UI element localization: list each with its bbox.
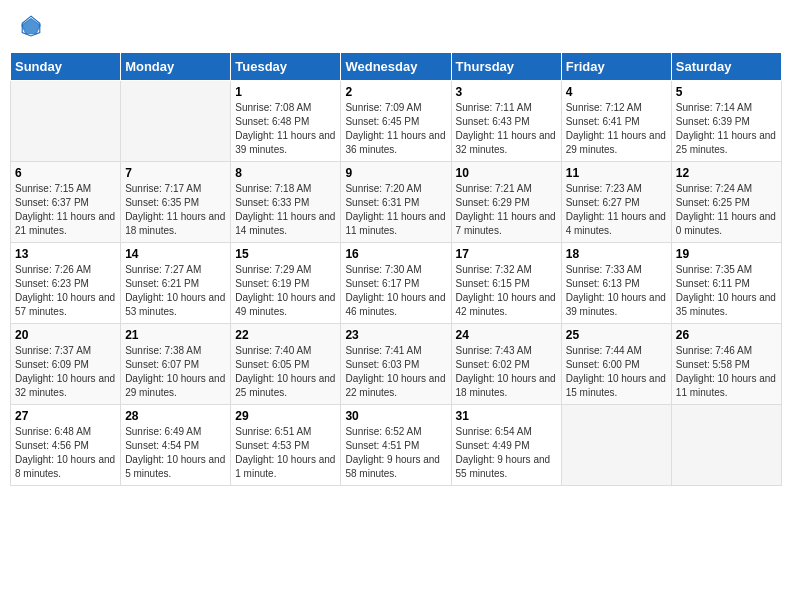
calendar-cell: 16Sunrise: 7:30 AM Sunset: 6:17 PM Dayli… xyxy=(341,243,451,324)
calendar-cell: 17Sunrise: 7:32 AM Sunset: 6:15 PM Dayli… xyxy=(451,243,561,324)
day-number: 6 xyxy=(15,166,116,180)
day-info: Sunrise: 7:44 AM Sunset: 6:00 PM Dayligh… xyxy=(566,344,667,400)
calendar-cell xyxy=(121,81,231,162)
weekday-header-saturday: Saturday xyxy=(671,53,781,81)
day-number: 23 xyxy=(345,328,446,342)
day-info: Sunrise: 7:11 AM Sunset: 6:43 PM Dayligh… xyxy=(456,101,557,157)
calendar-cell: 25Sunrise: 7:44 AM Sunset: 6:00 PM Dayli… xyxy=(561,324,671,405)
day-number: 14 xyxy=(125,247,226,261)
day-number: 31 xyxy=(456,409,557,423)
calendar-week-row: 1Sunrise: 7:08 AM Sunset: 6:48 PM Daylig… xyxy=(11,81,782,162)
calendar-cell: 19Sunrise: 7:35 AM Sunset: 6:11 PM Dayli… xyxy=(671,243,781,324)
calendar-cell: 10Sunrise: 7:21 AM Sunset: 6:29 PM Dayli… xyxy=(451,162,561,243)
day-info: Sunrise: 7:32 AM Sunset: 6:15 PM Dayligh… xyxy=(456,263,557,319)
day-number: 15 xyxy=(235,247,336,261)
day-info: Sunrise: 6:52 AM Sunset: 4:51 PM Dayligh… xyxy=(345,425,446,481)
day-info: Sunrise: 7:46 AM Sunset: 5:58 PM Dayligh… xyxy=(676,344,777,400)
day-info: Sunrise: 7:23 AM Sunset: 6:27 PM Dayligh… xyxy=(566,182,667,238)
calendar-cell: 5Sunrise: 7:14 AM Sunset: 6:39 PM Daylig… xyxy=(671,81,781,162)
day-number: 22 xyxy=(235,328,336,342)
day-number: 2 xyxy=(345,85,446,99)
calendar-cell: 12Sunrise: 7:24 AM Sunset: 6:25 PM Dayli… xyxy=(671,162,781,243)
day-info: Sunrise: 6:49 AM Sunset: 4:54 PM Dayligh… xyxy=(125,425,226,481)
calendar-week-row: 27Sunrise: 6:48 AM Sunset: 4:56 PM Dayli… xyxy=(11,405,782,486)
day-info: Sunrise: 7:14 AM Sunset: 6:39 PM Dayligh… xyxy=(676,101,777,157)
calendar-cell: 8Sunrise: 7:18 AM Sunset: 6:33 PM Daylig… xyxy=(231,162,341,243)
day-info: Sunrise: 7:29 AM Sunset: 6:19 PM Dayligh… xyxy=(235,263,336,319)
calendar-cell: 31Sunrise: 6:54 AM Sunset: 4:49 PM Dayli… xyxy=(451,405,561,486)
day-info: Sunrise: 7:40 AM Sunset: 6:05 PM Dayligh… xyxy=(235,344,336,400)
day-info: Sunrise: 7:15 AM Sunset: 6:37 PM Dayligh… xyxy=(15,182,116,238)
day-info: Sunrise: 7:21 AM Sunset: 6:29 PM Dayligh… xyxy=(456,182,557,238)
day-info: Sunrise: 7:24 AM Sunset: 6:25 PM Dayligh… xyxy=(676,182,777,238)
day-number: 18 xyxy=(566,247,667,261)
day-info: Sunrise: 6:54 AM Sunset: 4:49 PM Dayligh… xyxy=(456,425,557,481)
day-number: 7 xyxy=(125,166,226,180)
day-number: 29 xyxy=(235,409,336,423)
day-info: Sunrise: 7:43 AM Sunset: 6:02 PM Dayligh… xyxy=(456,344,557,400)
day-number: 21 xyxy=(125,328,226,342)
day-info: Sunrise: 7:26 AM Sunset: 6:23 PM Dayligh… xyxy=(15,263,116,319)
calendar-cell: 20Sunrise: 7:37 AM Sunset: 6:09 PM Dayli… xyxy=(11,324,121,405)
day-number: 8 xyxy=(235,166,336,180)
day-number: 27 xyxy=(15,409,116,423)
logo-icon xyxy=(20,15,42,37)
calendar-cell: 18Sunrise: 7:33 AM Sunset: 6:13 PM Dayli… xyxy=(561,243,671,324)
day-number: 11 xyxy=(566,166,667,180)
day-info: Sunrise: 7:18 AM Sunset: 6:33 PM Dayligh… xyxy=(235,182,336,238)
calendar-cell: 9Sunrise: 7:20 AM Sunset: 6:31 PM Daylig… xyxy=(341,162,451,243)
day-info: Sunrise: 6:48 AM Sunset: 4:56 PM Dayligh… xyxy=(15,425,116,481)
day-number: 17 xyxy=(456,247,557,261)
day-number: 3 xyxy=(456,85,557,99)
calendar-cell: 22Sunrise: 7:40 AM Sunset: 6:05 PM Dayli… xyxy=(231,324,341,405)
day-number: 12 xyxy=(676,166,777,180)
day-info: Sunrise: 7:30 AM Sunset: 6:17 PM Dayligh… xyxy=(345,263,446,319)
day-info: Sunrise: 7:08 AM Sunset: 6:48 PM Dayligh… xyxy=(235,101,336,157)
calendar-cell: 26Sunrise: 7:46 AM Sunset: 5:58 PM Dayli… xyxy=(671,324,781,405)
day-info: Sunrise: 7:35 AM Sunset: 6:11 PM Dayligh… xyxy=(676,263,777,319)
day-number: 28 xyxy=(125,409,226,423)
day-info: Sunrise: 6:51 AM Sunset: 4:53 PM Dayligh… xyxy=(235,425,336,481)
weekday-header-friday: Friday xyxy=(561,53,671,81)
calendar-cell: 11Sunrise: 7:23 AM Sunset: 6:27 PM Dayli… xyxy=(561,162,671,243)
calendar-week-row: 13Sunrise: 7:26 AM Sunset: 6:23 PM Dayli… xyxy=(11,243,782,324)
calendar-cell: 4Sunrise: 7:12 AM Sunset: 6:41 PM Daylig… xyxy=(561,81,671,162)
calendar-table: SundayMondayTuesdayWednesdayThursdayFrid… xyxy=(10,52,782,486)
weekday-header-monday: Monday xyxy=(121,53,231,81)
day-info: Sunrise: 7:33 AM Sunset: 6:13 PM Dayligh… xyxy=(566,263,667,319)
calendar-cell: 28Sunrise: 6:49 AM Sunset: 4:54 PM Dayli… xyxy=(121,405,231,486)
day-number: 25 xyxy=(566,328,667,342)
calendar-cell: 27Sunrise: 6:48 AM Sunset: 4:56 PM Dayli… xyxy=(11,405,121,486)
day-info: Sunrise: 7:20 AM Sunset: 6:31 PM Dayligh… xyxy=(345,182,446,238)
day-number: 16 xyxy=(345,247,446,261)
calendar-cell: 30Sunrise: 6:52 AM Sunset: 4:51 PM Dayli… xyxy=(341,405,451,486)
calendar-cell: 15Sunrise: 7:29 AM Sunset: 6:19 PM Dayli… xyxy=(231,243,341,324)
calendar-cell: 6Sunrise: 7:15 AM Sunset: 6:37 PM Daylig… xyxy=(11,162,121,243)
day-info: Sunrise: 7:09 AM Sunset: 6:45 PM Dayligh… xyxy=(345,101,446,157)
day-info: Sunrise: 7:27 AM Sunset: 6:21 PM Dayligh… xyxy=(125,263,226,319)
calendar-cell: 29Sunrise: 6:51 AM Sunset: 4:53 PM Dayli… xyxy=(231,405,341,486)
weekday-header-thursday: Thursday xyxy=(451,53,561,81)
day-number: 13 xyxy=(15,247,116,261)
day-number: 9 xyxy=(345,166,446,180)
calendar-cell: 3Sunrise: 7:11 AM Sunset: 6:43 PM Daylig… xyxy=(451,81,561,162)
day-number: 19 xyxy=(676,247,777,261)
day-number: 24 xyxy=(456,328,557,342)
day-info: Sunrise: 7:37 AM Sunset: 6:09 PM Dayligh… xyxy=(15,344,116,400)
calendar-cell xyxy=(671,405,781,486)
day-number: 1 xyxy=(235,85,336,99)
calendar-cell xyxy=(561,405,671,486)
weekday-header-sunday: Sunday xyxy=(11,53,121,81)
day-info: Sunrise: 7:17 AM Sunset: 6:35 PM Dayligh… xyxy=(125,182,226,238)
calendar-cell: 1Sunrise: 7:08 AM Sunset: 6:48 PM Daylig… xyxy=(231,81,341,162)
calendar-cell: 7Sunrise: 7:17 AM Sunset: 6:35 PM Daylig… xyxy=(121,162,231,243)
calendar-cell: 14Sunrise: 7:27 AM Sunset: 6:21 PM Dayli… xyxy=(121,243,231,324)
day-info: Sunrise: 7:12 AM Sunset: 6:41 PM Dayligh… xyxy=(566,101,667,157)
logo xyxy=(20,15,46,37)
day-number: 4 xyxy=(566,85,667,99)
page-header xyxy=(10,10,782,42)
day-info: Sunrise: 7:41 AM Sunset: 6:03 PM Dayligh… xyxy=(345,344,446,400)
day-info: Sunrise: 7:38 AM Sunset: 6:07 PM Dayligh… xyxy=(125,344,226,400)
calendar-header-row: SundayMondayTuesdayWednesdayThursdayFrid… xyxy=(11,53,782,81)
day-number: 26 xyxy=(676,328,777,342)
